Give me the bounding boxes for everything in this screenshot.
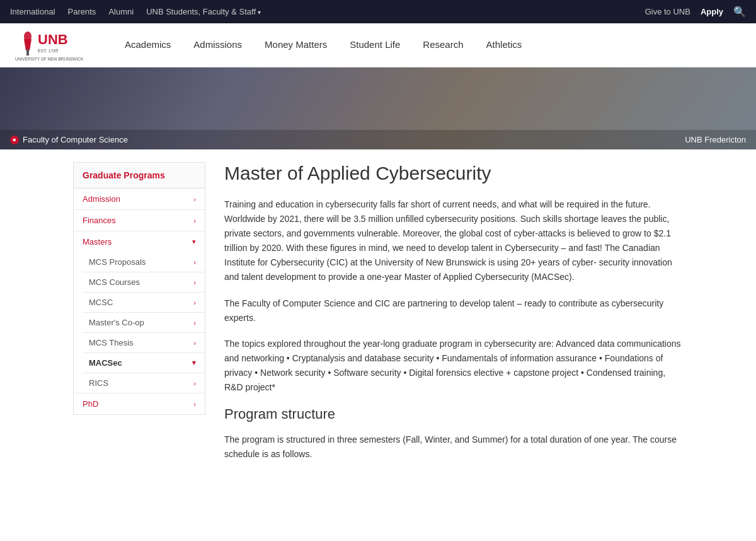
intro-paragraph: Training and education in cybersecurity … — [224, 197, 683, 285]
program-structure-paragraph: The program is structured in three semes… — [224, 433, 683, 462]
hero-area: ■ Faculty of Computer Science UNB Freder… — [0, 67, 756, 149]
nav-athletics[interactable]: Athletics — [475, 23, 534, 67]
sidebar-label-admission: Admission — [83, 194, 120, 204]
sidebar-link-admission[interactable]: Admission › — [74, 189, 205, 209]
topbar-unb-staff[interactable]: UNB Students, Faculty & Staff — [146, 7, 261, 16]
svg-text:UNB: UNB — [38, 32, 68, 47]
sidebar: Graduate Programs Admission › Finances › — [73, 162, 205, 473]
sidebar-title: Graduate Programs — [73, 162, 205, 189]
sidebar-nav: Admission › Finances › Masters ▾ — [73, 189, 205, 415]
nav-money-matters[interactable]: Money Matters — [253, 23, 338, 67]
chevron-icon-finances: › — [193, 217, 196, 224]
nav-admissions[interactable]: Admissions — [182, 23, 253, 67]
breadcrumb-label: Faculty of Computer Science — [23, 135, 128, 144]
main-content: Master of Applied Cybersecurity Training… — [224, 162, 683, 473]
chevron-icon-masters-coop: › — [193, 319, 196, 327]
nav-student-life[interactable]: Student Life — [338, 23, 411, 67]
sidebar-item-phd: PhD › — [74, 393, 205, 414]
breadcrumb-link[interactable]: ■ Faculty of Computer Science — [10, 135, 128, 144]
breadcrumb-icon: ■ — [10, 136, 19, 144]
sidebar-link-masters[interactable]: Masters ▾ — [74, 231, 205, 252]
program-structure-title: Program structure — [224, 406, 683, 422]
chevron-icon-macsec: ▾ — [192, 359, 196, 367]
sidebar-label-mcsc: MCSC — [89, 298, 113, 307]
chevron-icon-mcs-proposals: › — [193, 259, 196, 266]
topbar-international[interactable]: International — [10, 7, 55, 16]
sidebar-link-mcs-courses[interactable]: MCS Courses › — [83, 272, 205, 292]
hero-breadcrumb: ■ Faculty of Computer Science UNB Freder… — [0, 130, 756, 149]
search-button[interactable]: 🔍 — [733, 6, 746, 18]
sidebar-item-masters-coop: Master's Co-op › — [83, 313, 205, 333]
svg-marker-1 — [24, 39, 32, 50]
sidebar-item-rics: RICS › — [83, 373, 205, 393]
chevron-icon-mcsc: › — [193, 299, 196, 306]
partner-paragraph: The Faculty of Computer Science and CIC … — [224, 296, 683, 325]
sidebar-link-rics[interactable]: RICS › — [83, 373, 205, 393]
sidebar-label-finances: Finances — [83, 216, 116, 225]
main-nav: Academics Admissions Money Matters Stude… — [113, 23, 533, 67]
nav-research[interactable]: Research — [411, 23, 474, 67]
topbar-give[interactable]: Give to UNB — [645, 7, 690, 16]
topbar-alumni[interactable]: Alumni — [108, 7, 134, 16]
sidebar-label-phd: PhD — [83, 399, 98, 409]
svg-rect-2 — [26, 49, 29, 55]
chevron-icon-admission: › — [193, 195, 196, 203]
sidebar-link-mcs-thesis[interactable]: MCS Thesis › — [83, 333, 205, 352]
nav-academics[interactable]: Academics — [113, 23, 182, 67]
site-logo[interactable]: UNB EST. 1785 UNIVERSITY OF NEW BRUNSWIC… — [13, 28, 94, 62]
sidebar-item-finances: Finances › — [74, 210, 205, 231]
top-bar: International Parents Alumni UNB Student… — [0, 0, 756, 23]
chevron-icon-rics: › — [193, 380, 196, 387]
sidebar-item-mcs-courses: MCS Courses › — [83, 272, 205, 293]
sidebar-label-masters: Masters — [83, 237, 112, 247]
sidebar-label-mcs-courses: MCS Courses — [89, 277, 140, 287]
chevron-icon-masters: ▾ — [192, 238, 196, 246]
sidebar-label-rics: RICS — [89, 378, 108, 388]
sidebar-link-finances[interactable]: Finances › — [74, 210, 205, 231]
top-bar-right: Give to UNB Apply 🔍 — [645, 6, 746, 18]
campus-label: UNB Fredericton — [685, 135, 746, 144]
sidebar-link-masters-coop[interactable]: Master's Co-op › — [83, 313, 205, 332]
topics-paragraph: The topics explored throughout the year-… — [224, 337, 683, 395]
sidebar-label-masters-coop: Master's Co-op — [89, 318, 144, 327]
top-bar-left: International Parents Alumni UNB Student… — [10, 7, 261, 16]
sidebar-item-mcs-proposals: MCS Proposals › — [83, 252, 205, 272]
sidebar-label-macsec: MACSec — [89, 358, 122, 368]
chevron-icon-mcs-courses: › — [193, 279, 196, 286]
sidebar-link-macsec[interactable]: MACSec ▾ — [83, 353, 205, 373]
topbar-parents[interactable]: Parents — [68, 7, 96, 16]
page-title: Master of Applied Cybersecurity — [224, 162, 683, 185]
sidebar-sub-masters: MCS Proposals › MCS Courses › MCSC — [74, 252, 205, 393]
sidebar-item-mcs-thesis: MCS Thesis › — [83, 333, 205, 353]
search-icon: 🔍 — [733, 6, 746, 17]
svg-text:EST. 1785: EST. 1785 — [38, 49, 58, 53]
sidebar-item-macsec: MACSec ▾ — [83, 353, 205, 373]
svg-text:UNIVERSITY OF NEW BRUNSWICK: UNIVERSITY OF NEW BRUNSWICK — [15, 57, 84, 61]
sidebar-link-mcsc[interactable]: MCSC › — [83, 293, 205, 312]
sidebar-label-mcs-proposals: MCS Proposals — [89, 257, 146, 267]
sidebar-item-masters: Masters ▾ MCS Proposals › MCS Courses › — [74, 231, 205, 393]
sidebar-link-phd[interactable]: PhD › — [74, 393, 205, 414]
sidebar-link-mcs-proposals[interactable]: MCS Proposals › — [83, 252, 205, 272]
chevron-icon-phd: › — [193, 400, 196, 408]
topbar-apply[interactable]: Apply — [701, 7, 723, 16]
main-layout: Graduate Programs Admission › Finances › — [63, 149, 693, 486]
sidebar-item-mcsc: MCSC › — [83, 293, 205, 313]
sidebar-item-admission: Admission › — [74, 189, 205, 210]
unb-logo-svg: UNB EST. 1785 UNIVERSITY OF NEW BRUNSWIC… — [13, 28, 94, 62]
sidebar-label-mcs-thesis: MCS Thesis — [89, 338, 134, 347]
site-header: UNB EST. 1785 UNIVERSITY OF NEW BRUNSWIC… — [0, 23, 756, 67]
chevron-icon-mcs-thesis: › — [193, 339, 196, 347]
